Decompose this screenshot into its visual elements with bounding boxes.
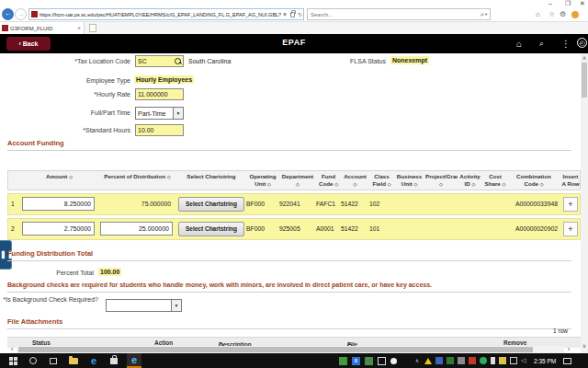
- employee-type-value: Hourly Employees: [134, 75, 194, 84]
- window-titlebar: – ❐ ✕: [0, 0, 588, 7]
- home-icon[interactable]: ⌂: [516, 38, 522, 50]
- browser-search-box[interactable]: ⌕ ▼: [307, 8, 491, 20]
- kebab-menu-icon[interactable]: ⋮: [561, 38, 571, 50]
- sort-icon[interactable]: ◇: [388, 181, 391, 187]
- volume-icon[interactable]: ◁: [521, 357, 528, 364]
- vertical-scroll-thumb[interactable]: [582, 63, 587, 98]
- browser-back-icon[interactable]: ←: [2, 8, 14, 20]
- task-view-icon[interactable]: [46, 353, 61, 368]
- tray-expand-icon[interactable]: ∧: [413, 357, 421, 364]
- feedback-smiley-icon[interactable]: [571, 11, 579, 18]
- sort-icon[interactable]: ◇: [354, 181, 357, 187]
- business-unit-header[interactable]: Business Unit ◇: [394, 171, 424, 190]
- percent-header[interactable]: Percent of Distribution ◇: [98, 171, 176, 190]
- favorites-star-icon[interactable]: ☆: [548, 9, 555, 19]
- operating-unit-header[interactable]: Operating Unit ◇: [246, 171, 279, 190]
- app-icon-outline[interactable]: [378, 357, 386, 365]
- background-check-select[interactable]: ▼: [106, 299, 182, 312]
- app-icon-circle[interactable]: [390, 358, 397, 364]
- amount-input-row1[interactable]: [22, 197, 95, 211]
- vertical-scrollbar[interactable]: ∧ ∨: [581, 53, 588, 353]
- navbar-icon[interactable]: ◴: [577, 38, 587, 48]
- app-icon-pause[interactable]: II: [352, 357, 360, 365]
- horizontal-scroll-track[interactable]: [17, 346, 564, 353]
- refresh-icon[interactable]: ↻: [298, 11, 302, 17]
- account-header[interactable]: Account ◇: [341, 171, 369, 190]
- tab-close-icon[interactable]: ×: [77, 25, 81, 31]
- percent-input-row2[interactable]: [100, 222, 173, 236]
- scroll-down-icon[interactable]: ∨: [581, 342, 588, 349]
- window-close-icon[interactable]: ✕: [580, 0, 585, 7]
- app-icon-green[interactable]: [339, 357, 347, 365]
- sort-icon[interactable]: ◇: [503, 181, 506, 187]
- shield-icon[interactable]: [435, 357, 443, 364]
- scroll-left-icon[interactable]: ‹: [7, 346, 17, 353]
- internet-explorer-icon[interactable]: e: [127, 353, 141, 368]
- window-minimize-icon[interactable]: –: [548, 0, 552, 7]
- fund-code-header[interactable]: Fund Code ◇: [316, 171, 341, 190]
- tray-icon-red[interactable]: [469, 357, 476, 364]
- horizontal-scroll-thumb[interactable]: [18, 347, 533, 352]
- warning-icon[interactable]: [424, 358, 432, 364]
- start-button[interactable]: [6, 353, 20, 368]
- insert-row-button-row1[interactable]: +: [563, 197, 578, 212]
- url-field[interactable]: https://hcm-uat.ps.sc.edu/psc/HUAT/EMPLO…: [28, 8, 304, 20]
- sort-icon[interactable]: ◇: [540, 181, 544, 187]
- class-field-header[interactable]: Class Field ◇: [369, 171, 394, 190]
- new-tab-icon[interactable]: [89, 24, 96, 32]
- tray-icon-green-circle[interactable]: [480, 357, 487, 364]
- window-restore-icon[interactable]: ❐: [565, 0, 571, 7]
- edge-icon[interactable]: e: [86, 353, 101, 368]
- employee-type-label: Employee Type: [2, 77, 130, 84]
- combination-code-header[interactable]: Combination Code ◇: [508, 171, 560, 190]
- remove-header: Remove: [503, 339, 526, 346]
- full-part-time-select[interactable]: Part-Time ▼: [135, 107, 184, 120]
- store-icon[interactable]: [107, 353, 121, 368]
- department-header[interactable]: Department ◇: [279, 171, 316, 190]
- site-favicon: [31, 11, 38, 17]
- browser-forward-icon[interactable]: →: [15, 8, 27, 20]
- sort-icon[interactable]: ◇: [267, 181, 271, 187]
- select-chartstring-button-row1[interactable]: Select Chartstring: [178, 197, 244, 212]
- network-icon[interactable]: [510, 357, 517, 364]
- horizontal-scrollbar[interactable]: ‹ ›: [7, 346, 573, 353]
- scroll-up-icon[interactable]: ∧: [581, 54, 588, 61]
- cost-share-header[interactable]: Cost Share ◇: [482, 171, 508, 190]
- app-icon-grid[interactable]: [365, 357, 373, 365]
- action-center-icon[interactable]: [563, 358, 571, 364]
- cortana-icon[interactable]: [26, 353, 40, 368]
- sort-icon[interactable]: ◇: [167, 174, 171, 179]
- tax-location-lookup-icon[interactable]: [175, 58, 181, 64]
- sort-icon[interactable]: ◇: [413, 181, 417, 187]
- settings-gear-icon[interactable]: ⚙: [560, 9, 566, 19]
- activity-id-header[interactable]: Activity ID ◇: [458, 171, 482, 190]
- browser-home-icon[interactable]: ⌂: [536, 9, 540, 19]
- amount-input-row2[interactable]: [22, 222, 95, 236]
- project-grant-header[interactable]: Project/Grant ◇: [424, 171, 458, 190]
- sort-icon[interactable]: ◇: [69, 174, 73, 179]
- tray-icon-monitor[interactable]: [458, 357, 465, 364]
- insert-row-button-row2[interactable]: +: [563, 222, 578, 236]
- standard-hours-input[interactable]: [135, 124, 184, 136]
- tray-icon-yellow[interactable]: [499, 357, 506, 364]
- file-attachments-section-title: File Attachments: [7, 317, 571, 329]
- url-dropdown-icon[interactable]: ▼: [282, 12, 288, 17]
- search-icon[interactable]: ⌕: [539, 38, 544, 50]
- search-dropdown-icon[interactable]: ▼: [484, 12, 488, 17]
- sort-icon[interactable]: ◇: [296, 181, 300, 187]
- file-explorer-icon[interactable]: [66, 353, 81, 368]
- select-chartstring-button-row2[interactable]: Select Chartstring: [178, 222, 244, 236]
- browser-tab[interactable]: G3FORM_FLUID ×: [0, 22, 85, 34]
- browser-search-input[interactable]: [308, 12, 481, 17]
- clock[interactable]: 2:35 PM: [534, 358, 556, 364]
- tray-icon-green[interactable]: [447, 357, 454, 364]
- sort-icon[interactable]: ◇: [472, 181, 476, 187]
- scroll-right-icon[interactable]: ›: [564, 346, 573, 353]
- sort-icon[interactable]: ◇: [334, 181, 338, 187]
- url-text: https://hcm-uat.ps.sc.edu/psc/HUAT/EMPLO…: [40, 12, 281, 17]
- battery-icon[interactable]: [491, 357, 495, 364]
- sort-icon[interactable]: ◇: [439, 181, 443, 187]
- amount-header[interactable]: Amount ◇: [20, 171, 98, 190]
- hourly-rate-input[interactable]: [135, 88, 184, 100]
- funding-total-section-title: Funding Distribution Total: [7, 249, 571, 261]
